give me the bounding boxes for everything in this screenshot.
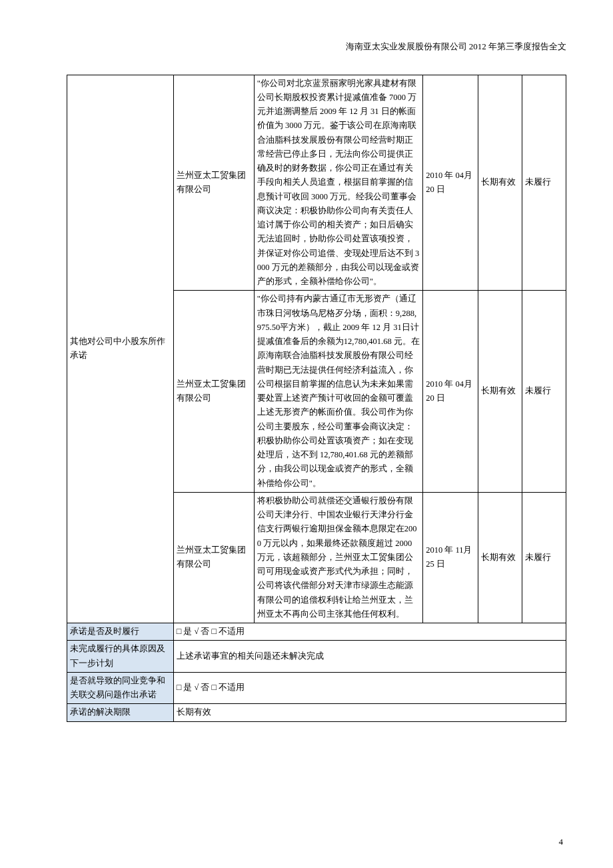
table-row: 承诺是否及时履行 □ 是 √ 否 □ 不适用 <box>67 623 566 641</box>
content-cell: 将积极协助公司就偿还交通银行股份有限公司天津分行、中国农业银行天津分行金信支行两… <box>254 492 422 623</box>
term-cell: 长期有效 <box>478 75 522 291</box>
content-cell: "你公司对北京蓝景丽家明光家具建材有限公司长期股权投资累计提减值准备 7000 … <box>254 75 422 291</box>
page-number: 4 <box>559 835 564 849</box>
footer-value: 长期有效 <box>173 704 566 721</box>
status-cell: 未履行 <box>522 492 566 623</box>
party-cell: 兰州亚太工贸集团有限公司 <box>173 291 254 493</box>
footer-label: 承诺是否及时履行 <box>67 623 174 641</box>
date-cell: 2010 年 04月 20 日 <box>423 75 478 291</box>
footer-value: □ 是 √ 否 □ 不适用 <box>173 672 566 704</box>
date-cell: 2010 年 04月 20 日 <box>423 291 478 493</box>
party-cell: 兰州亚太工贸集团有限公司 <box>173 75 254 291</box>
footer-label: 承诺的解决期限 <box>67 704 174 721</box>
term-cell: 长期有效 <box>478 492 522 623</box>
left-label: 其他对公司中小股东所作承诺 <box>67 75 174 623</box>
status-cell: 未履行 <box>522 291 566 493</box>
footer-label: 是否就导致的同业竞争和关联交易问题作出承诺 <box>67 672 174 704</box>
page-header: 海南亚太实业发展股份有限公司 2012 年第三季度报告全文 <box>67 40 566 53</box>
footer-value: □ 是 √ 否 □ 不适用 <box>173 623 566 641</box>
date-cell: 2010 年 11月 25 日 <box>423 492 478 623</box>
term-cell: 长期有效 <box>478 291 522 493</box>
status-cell: 未履行 <box>522 75 566 291</box>
table-row: 承诺的解决期限 长期有效 <box>67 704 566 721</box>
table-row: 是否就导致的同业竞争和关联交易问题作出承诺 □ 是 √ 否 □ 不适用 <box>67 672 566 704</box>
footer-value: 上述承诺事宜的相关问题还未解决完成 <box>173 641 566 673</box>
party-cell: 兰州亚太工贸集团有限公司 <box>173 492 254 623</box>
table-row: 未完成履行的具体原因及下一步计划 上述承诺事宜的相关问题还未解决完成 <box>67 641 566 673</box>
table-row: 其他对公司中小股东所作承诺 兰州亚太工贸集团有限公司 "你公司对北京蓝景丽家明光… <box>67 75 566 291</box>
footer-label: 未完成履行的具体原因及下一步计划 <box>67 641 174 673</box>
commitments-table: 其他对公司中小股东所作承诺 兰州亚太工贸集团有限公司 "你公司对北京蓝景丽家明光… <box>67 75 566 722</box>
content-cell: "你公司持有内蒙古通辽市无形资产（通辽市珠日河牧场乌尼格歹分场，面积：9,288… <box>254 291 422 493</box>
